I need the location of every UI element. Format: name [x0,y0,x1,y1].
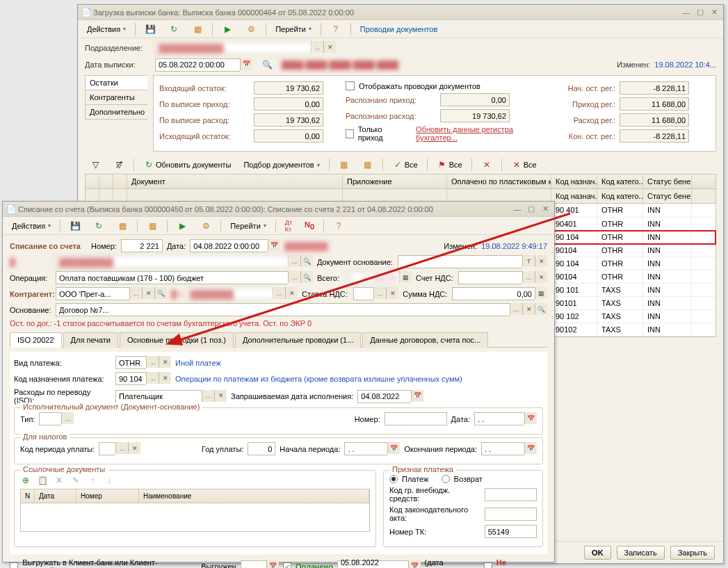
close-button[interactable]: ✕ [708,7,720,18]
show-postings-checkbox[interactable] [346,81,355,90]
go-menu[interactable]: Перейти [270,23,316,35]
check-all-1[interactable]: ✓Все [387,157,423,172]
ref-docs-table[interactable]: N Дата Номер Наименование [20,489,370,532]
tab-contractors[interactable]: Контрагенты [85,90,147,105]
go-menu[interactable]: Перейти [225,220,271,232]
field-blur[interactable]: ██████████...🔍 [56,255,313,268]
action-icon[interactable]: ⚙ [241,22,261,37]
flag-all[interactable]: ⚑Все [432,157,467,172]
close-button[interactable]: ✕ [539,204,551,215]
run-icon[interactable]: ▶ [217,22,238,37]
up-icon[interactable]: ↑ [87,475,98,486]
tab-print[interactable]: Для печати [63,332,118,348]
icon-1[interactable]: ▦ [334,157,355,172]
changed-value[interactable]: 19.08.2022 10:4... [654,60,716,69]
total-field[interactable]: 11 688,00▦ [349,271,412,284]
save-icon[interactable]: 💾 [140,22,161,37]
save-button[interactable]: Записать [617,546,665,560]
ptype-field[interactable]: OTHR...✕ [115,356,171,369]
icon-b[interactable]: ⚙ [195,218,216,234]
pcode-field[interactable]: 90 104...✕ [115,372,171,385]
copy-icon[interactable]: 📋 [37,475,48,486]
op-field[interactable]: Оплата поставщикам (178 - 100) бюджет...… [56,271,313,284]
search-icon[interactable]: 🔍 [257,57,277,72]
subdivision-field[interactable]: ████████████...✕ [155,41,336,54]
fs1-type-field[interactable]: ... [39,412,74,425]
ok-button[interactable]: OK [584,546,611,560]
filter-icon[interactable]: ▽ [85,157,106,172]
refresh-icon[interactable]: ↻ [163,22,184,37]
actions-menu[interactable]: Действия [7,220,56,232]
minimize-button[interactable]: — [511,204,524,215]
tk-field[interactable]: 55149 [485,525,537,538]
actions-menu[interactable]: Действия [82,23,131,35]
fs2-from-field[interactable]: . .📅 [344,442,400,455]
no-icon[interactable]: N0 [300,218,319,233]
fs1-date-field[interactable]: . .📅 [474,412,537,425]
tab-main-postings[interactable]: Основные проводки (1 поз.) [120,332,234,348]
tab-iso[interactable]: ISO 20022 [10,332,62,348]
exported-date[interactable]: . .📅 [241,560,279,569]
help-icon[interactable]: ? [325,22,346,37]
maximize-button[interactable]: ▢ [525,204,537,215]
basis-field[interactable]: Договор №7......✕🔍 [56,303,547,316]
export-checkbox[interactable] [10,562,18,569]
tab-balances[interactable]: Остатки [85,75,147,90]
act-field[interactable] [485,508,537,521]
update-register-link[interactable]: Обновить данные регистра бухгалтер... [416,125,540,142]
save-icon[interactable]: 💾 [65,218,86,234]
changed-value[interactable]: 19.08.2022 9:49:17 [481,242,547,250]
tab-extra-postings[interactable]: Дополнительные проводки (1... [235,332,361,348]
fs2-to-field[interactable]: . .📅 [481,442,537,455]
x-icon[interactable]: ✕ [476,157,497,172]
postings-link[interactable]: Проводки документов [355,23,443,35]
paid-checkbox[interactable]: ✓ [283,562,291,569]
acc-field[interactable]: ████████...✕ [186,287,298,300]
update-docs-button[interactable]: ↻Обновить документы [138,157,236,172]
docbasis-field[interactable]: T✕ [398,255,547,268]
vatrate-field[interactable]: ...✕ [353,287,398,300]
post-icon[interactable]: ▦ [187,22,208,37]
calendar-icon[interactable]: 📅 [240,58,252,70]
delete-icon[interactable]: ✕ [54,475,65,486]
add-icon[interactable]: ⊕ [20,475,31,486]
fs2-from-label: Начала периода: [280,445,340,453]
pick-docs-button[interactable]: Подбор документов [238,159,324,171]
date-field[interactable]: 04.08.2022 0:00:00📅 [190,239,280,252]
tab-contract-data[interactable]: Данные договоров, счета пос... [362,332,488,348]
contr-field[interactable]: ООО 'Прет-а......✕🔍 [56,287,167,300]
grp-field[interactable] [485,488,537,501]
tab-extra[interactable]: Дополнительно [85,104,147,120]
reqdate-field[interactable]: 04.08.2022📅 [357,390,423,403]
vatsum-field[interactable]: 0,00▦ [452,287,547,300]
filter-clear-icon[interactable]: ▽̸ [108,157,129,172]
x-all[interactable]: ✕Все [506,157,542,172]
maximize-button[interactable]: ▢ [694,7,706,18]
notdone-checkbox[interactable] [484,562,492,569]
minimize-button[interactable]: — [680,7,693,18]
ellipsis-icon[interactable]: ... [311,41,323,53]
paid-date-field[interactable]: 05.08.2022 0:00:01📅 [337,560,421,569]
dtkt-icon[interactable]: ДтКт [280,217,297,235]
exp-field[interactable]: Плательщик...✕ [115,390,227,403]
return-radio[interactable] [442,475,450,483]
fs1-num-field[interactable] [385,412,447,425]
icon-2[interactable]: ▦ [357,157,378,172]
help-icon[interactable]: ? [328,218,349,234]
pay-radio[interactable] [389,475,398,483]
vatacc-field[interactable]: ...✕ [458,271,547,284]
fs2-year-field[interactable]: 0 [248,442,275,455]
date-field[interactable]: 05.08.2022 0:00:00📅 [155,58,252,72]
close-button[interactable]: Закрыть [670,546,715,560]
icon-a[interactable]: ▦ [142,218,163,234]
calendar-icon[interactable]: 📅 [268,239,280,251]
num-field[interactable]: 2 221 [121,239,163,252]
edit-icon[interactable]: ✎ [70,475,81,486]
refresh-icon[interactable]: ↻ [88,218,109,234]
down-icon[interactable]: ↓ [104,475,115,486]
post-icon[interactable]: ▦ [112,218,133,234]
fs2-kp-field[interactable]: ...✕ [99,442,140,455]
only-in-checkbox[interactable] [346,129,354,138]
clear-icon[interactable]: ✕ [323,41,336,53]
run-icon[interactable]: ▶ [172,218,193,234]
